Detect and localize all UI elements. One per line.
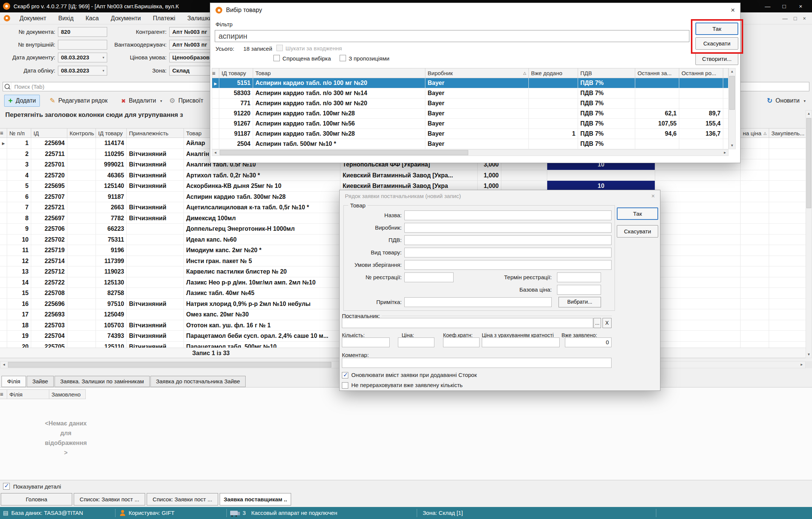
col-item-id[interactable]: ІД товару: [219, 68, 253, 78]
col-vat[interactable]: ПДВ: [578, 68, 635, 78]
show-details-checkbox[interactable]: [3, 483, 10, 490]
detail-tab[interactable]: Заявка до постачальника Зайве: [150, 376, 246, 387]
storage-field[interactable]: [404, 260, 612, 270]
cancel-button[interactable]: Скасувати: [617, 225, 658, 238]
edit-row-button[interactable]: ✎ Редагувати рядок: [46, 95, 112, 107]
product-row[interactable]: 91267 Аспирин кардио табл. 100мг №56 Bay…: [212, 119, 728, 129]
col-origin[interactable]: Приналежність: [127, 129, 184, 138]
already-ordered-field[interactable]: 0: [565, 337, 612, 347]
scrollbar-thumb[interactable]: [729, 76, 735, 110]
scroll-up-icon[interactable]: ▲: [806, 110, 812, 117]
detail-tab[interactable]: Філія: [2, 376, 26, 387]
supplier-browse-button[interactable]: ...: [593, 318, 601, 328]
col-ordered[interactable]: Замовлено: [49, 390, 86, 399]
scrollbar-thumb[interactable]: [806, 118, 811, 208]
note-field[interactable]: [404, 297, 552, 307]
col-control[interactable]: Контроль: [67, 129, 96, 138]
table-row[interactable]: 4 225720 46365 Вітчизняний Артихол табл.…: [0, 170, 806, 181]
vertical-scrollbar[interactable]: ▲ ▼: [729, 68, 736, 149]
col-product[interactable]: Товар: [253, 68, 425, 78]
cell-empty-2: [655, 266, 741, 277]
product-row[interactable]: 91187 Аспирин кардио табл. 300мг №28 Bay…: [212, 129, 728, 139]
product-row[interactable]: 2504 Аспирин табл. 500мг №10 * Bayer ПДВ…: [212, 139, 728, 149]
cell-item-id: 771: [219, 98, 253, 108]
grid-menu-icon[interactable]: ≡: [0, 390, 7, 399]
scroll-down-icon[interactable]: ▼: [806, 351, 812, 358]
col-purchase[interactable]: Закупівель...: [769, 129, 806, 138]
close-icon[interactable]: ×: [731, 6, 735, 14]
no-recalc-checkbox[interactable]: [342, 382, 348, 389]
name-field[interactable]: [404, 210, 612, 220]
cell-row-indicator: [0, 309, 7, 320]
add-button[interactable]: + Додати: [4, 95, 40, 107]
producer-field[interactable]: [404, 223, 612, 233]
window-tab[interactable]: Заявка поставщикам ..: [220, 493, 291, 505]
search-by-entry-checkbox[interactable]: [276, 45, 283, 51]
base-price-field[interactable]: [557, 285, 601, 295]
cell-purchase: [769, 309, 806, 320]
scrollbar-thumb[interactable]: [8, 362, 331, 368]
product-row[interactable]: 58303 Аспирин кардио табл. п/о 300 мг №1…: [212, 88, 728, 98]
detail-tab[interactable]: Заявка. Залишки по замінникам: [55, 376, 150, 387]
vat-field[interactable]: [404, 235, 612, 245]
kind-field[interactable]: [404, 248, 612, 257]
registration-term-field[interactable]: [557, 272, 601, 282]
col-branch[interactable]: Філія: [7, 390, 49, 399]
cancel-button[interactable]: Скасувати: [695, 37, 738, 50]
window-tab[interactable]: Головна: [1, 493, 72, 505]
supplier-field[interactable]: [342, 318, 593, 328]
cell-vat: ПДВ 7%: [578, 88, 635, 98]
scroll-down-icon[interactable]: ▼: [729, 142, 735, 149]
col-last-retail[interactable]: Остання ро...: [679, 68, 723, 78]
ok-button[interactable]: Так: [695, 23, 738, 35]
product-row[interactable]: 91220 Аспирин кардио табл. 100мг №28 Bay…: [212, 109, 728, 119]
cell-row-number: 5: [7, 181, 31, 191]
dialog-title-bar[interactable]: Рядок заявки постачальникам (новий запис…: [340, 190, 660, 202]
product-row[interactable]: 5151 Аспирин кардио табл. п/о 100 мг №20…: [212, 78, 728, 88]
col-last-price[interactable]: на ціна△: [741, 129, 769, 138]
create-button[interactable]: Створити...: [695, 53, 738, 65]
ok-button[interactable]: Так: [617, 207, 658, 220]
col-last-order[interactable]: Остання за...: [635, 68, 679, 78]
comment-field[interactable]: [342, 358, 612, 368]
assign-button[interactable]: ⚙ Присвоїт: [165, 95, 207, 107]
cell-control: [67, 192, 96, 202]
price-field[interactable]: [398, 337, 434, 347]
scroll-left-icon[interactable]: ◄: [212, 150, 219, 156]
detail-tab[interactable]: Зайве: [27, 376, 54, 387]
cell-row-indicator: [0, 149, 7, 159]
window-tab[interactable]: Список: Заявки пост ...: [74, 493, 145, 505]
scroll-right-icon[interactable]: ►: [722, 150, 728, 156]
grid-menu-icon[interactable]: ≡: [0, 129, 7, 138]
scroll-left-icon[interactable]: ◄: [1, 362, 7, 368]
col-id[interactable]: ІД: [31, 129, 67, 138]
choose-button[interactable]: Вибрати...: [559, 297, 601, 307]
close-icon[interactable]: ×: [651, 193, 655, 200]
scroll-up-icon[interactable]: ▲: [729, 68, 735, 75]
col-already-added[interactable]: Вже додано: [529, 68, 578, 78]
horizontal-scrollbar[interactable]: ◄ ►: [212, 149, 729, 156]
cell-producer: Киевский Витаминный Завод [Укра...: [340, 170, 478, 181]
simple-selection-checkbox[interactable]: [273, 55, 280, 61]
scroll-right-icon[interactable]: ►: [798, 362, 805, 368]
refresh-button[interactable]: ↻ Оновити ▾: [763, 95, 810, 107]
dialog-title-bar[interactable]: Вибір товару ×: [210, 3, 740, 17]
coef-field[interactable]: [443, 337, 480, 347]
vertical-scrollbar[interactable]: ▲ ▼: [806, 110, 812, 358]
supplier-clear-button[interactable]: X: [603, 318, 612, 328]
quantity-field[interactable]: [342, 337, 390, 347]
col-item-id[interactable]: ІД товару: [96, 129, 127, 138]
window-tab[interactable]: Список: Заявки пост ...: [147, 493, 218, 505]
delete-button[interactable]: ✖ Видалити ▾: [117, 95, 166, 107]
with-offers-checkbox[interactable]: [340, 55, 346, 61]
product-row[interactable]: 771 Аспирин кардио табл. п/о 300 мг №20 …: [212, 98, 728, 109]
col-row-number[interactable]: № п/п: [7, 129, 31, 138]
mult-price-field[interactable]: [482, 337, 560, 347]
cell-purchase: [769, 342, 806, 348]
update-order-checkbox[interactable]: [342, 372, 348, 378]
scrollbar-thumb[interactable]: [220, 150, 468, 155]
grid-menu-icon[interactable]: ≡: [212, 68, 219, 78]
col-producer[interactable]: Виробник△: [425, 68, 529, 78]
filter-input[interactable]: аспирин: [215, 30, 689, 42]
registration-field[interactable]: [404, 272, 454, 282]
